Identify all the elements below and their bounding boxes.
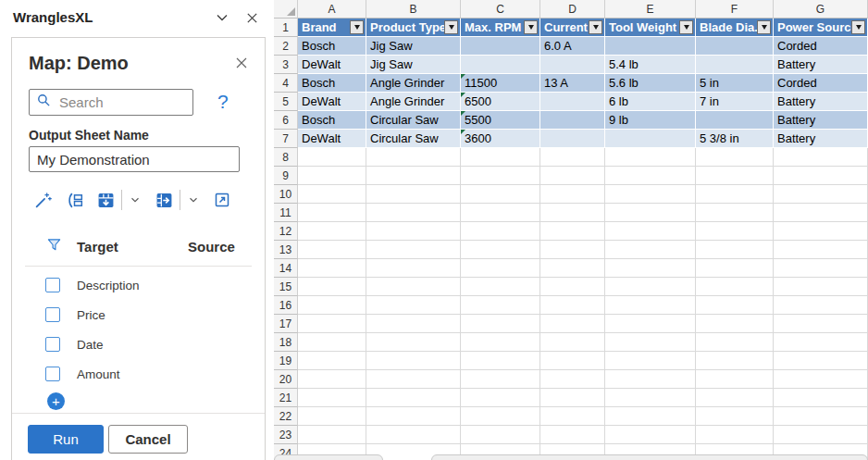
cell[interactable]: [696, 389, 774, 407]
cell[interactable]: [298, 315, 366, 333]
cell[interactable]: [298, 241, 366, 259]
column-header[interactable]: F: [696, 0, 774, 19]
cell[interactable]: Bosch: [298, 74, 366, 93]
cell[interactable]: 6500: [461, 93, 540, 111]
cell[interactable]: [774, 333, 868, 352]
filter-dropdown-icon[interactable]: [757, 20, 771, 34]
cell[interactable]: [298, 426, 366, 444]
horizontal-scrollbar[interactable]: [431, 454, 868, 460]
cell[interactable]: Battery: [774, 111, 868, 130]
cell[interactable]: 5 in: [696, 74, 774, 93]
row-header[interactable]: 10: [274, 185, 298, 204]
cell[interactable]: [298, 185, 366, 204]
row-header[interactable]: 21: [274, 389, 298, 407]
cell[interactable]: 11500: [461, 74, 540, 93]
cell[interactable]: [605, 259, 696, 278]
cell[interactable]: [298, 296, 366, 315]
cell[interactable]: [366, 315, 461, 333]
cell[interactable]: [696, 370, 774, 389]
row-checkbox[interactable]: [45, 367, 60, 381]
row-header[interactable]: 1: [274, 19, 298, 37]
cell[interactable]: [696, 352, 774, 370]
cell[interactable]: [774, 352, 868, 370]
cell[interactable]: [540, 148, 605, 167]
cell[interactable]: [540, 259, 605, 278]
cell[interactable]: [298, 352, 366, 370]
cell[interactable]: [774, 315, 868, 333]
row-header[interactable]: 3: [274, 56, 298, 74]
cell[interactable]: [461, 56, 540, 74]
cell[interactable]: [540, 389, 605, 407]
cell[interactable]: DeWalt: [298, 93, 366, 111]
cell[interactable]: [540, 93, 605, 111]
row-header[interactable]: 13: [274, 241, 298, 259]
cell[interactable]: Battery: [774, 130, 868, 148]
cell[interactable]: 6.0 A: [540, 37, 605, 56]
help-button[interactable]: ?: [217, 91, 229, 113]
cell[interactable]: [696, 148, 774, 167]
cell[interactable]: [774, 148, 868, 167]
cell[interactable]: [605, 278, 696, 296]
column-header[interactable]: B: [366, 0, 461, 19]
cell[interactable]: [366, 389, 461, 407]
cell[interactable]: [605, 296, 696, 315]
cell[interactable]: [696, 278, 774, 296]
cell[interactable]: Angle Grinder: [366, 74, 461, 93]
cell[interactable]: [461, 407, 540, 426]
chevron-down-icon[interactable]: [211, 6, 233, 29]
column-header[interactable]: E: [605, 0, 696, 19]
filter-dropdown-icon[interactable]: [444, 20, 458, 34]
cell[interactable]: [540, 111, 605, 130]
cell[interactable]: [696, 37, 774, 56]
cell[interactable]: [298, 407, 366, 426]
cell[interactable]: [298, 222, 366, 241]
cell[interactable]: [774, 389, 868, 407]
cell[interactable]: DeWalt: [298, 130, 366, 148]
row-header[interactable]: 9: [274, 167, 298, 185]
cell[interactable]: [605, 148, 696, 167]
cell[interactable]: [605, 352, 696, 370]
cell[interactable]: [540, 333, 605, 352]
cell[interactable]: [461, 222, 540, 241]
row-header[interactable]: 4: [274, 74, 298, 93]
cell[interactable]: [696, 333, 774, 352]
cell[interactable]: [605, 204, 696, 222]
row-header[interactable]: 14: [274, 259, 298, 278]
cell[interactable]: [774, 167, 868, 185]
cell[interactable]: Bosch: [298, 111, 366, 130]
table-header-cell[interactable]: Blade Dia.: [696, 19, 774, 37]
cell[interactable]: 5500: [461, 111, 540, 130]
table-header-cell[interactable]: Max. RPM: [461, 19, 540, 37]
cell[interactable]: 6 lb: [605, 93, 696, 111]
cell[interactable]: [298, 370, 366, 389]
cell[interactable]: [774, 278, 868, 296]
cell[interactable]: [696, 167, 774, 185]
table-arrow-right-icon[interactable]: [152, 188, 176, 212]
add-row-button[interactable]: +: [47, 392, 65, 410]
cell[interactable]: [461, 167, 540, 185]
chevron-down-icon[interactable]: [126, 188, 144, 212]
cell[interactable]: [540, 278, 605, 296]
cell[interactable]: [366, 222, 461, 241]
row-header[interactable]: 22: [274, 407, 298, 426]
row-header[interactable]: 8: [274, 148, 298, 167]
cell[interactable]: [461, 370, 540, 389]
row-header[interactable]: 2: [274, 37, 298, 56]
table-header-cell[interactable]: Product Type: [366, 19, 461, 37]
cell[interactable]: [366, 148, 461, 167]
cell[interactable]: [461, 204, 540, 222]
cell[interactable]: [461, 185, 540, 204]
cell[interactable]: [605, 407, 696, 426]
row-header[interactable]: 6: [274, 111, 298, 130]
cell[interactable]: Corded: [774, 74, 868, 93]
horizontal-scrollbar[interactable]: [274, 454, 383, 460]
cell[interactable]: Corded: [774, 37, 868, 56]
cell[interactable]: [774, 259, 868, 278]
search-box[interactable]: [29, 89, 193, 116]
row-header[interactable]: 23: [274, 426, 298, 444]
cell[interactable]: [540, 370, 605, 389]
row-header[interactable]: 19: [274, 352, 298, 370]
cell[interactable]: [605, 370, 696, 389]
filter-icon[interactable]: [46, 237, 62, 256]
search-input[interactable]: [57, 93, 181, 111]
